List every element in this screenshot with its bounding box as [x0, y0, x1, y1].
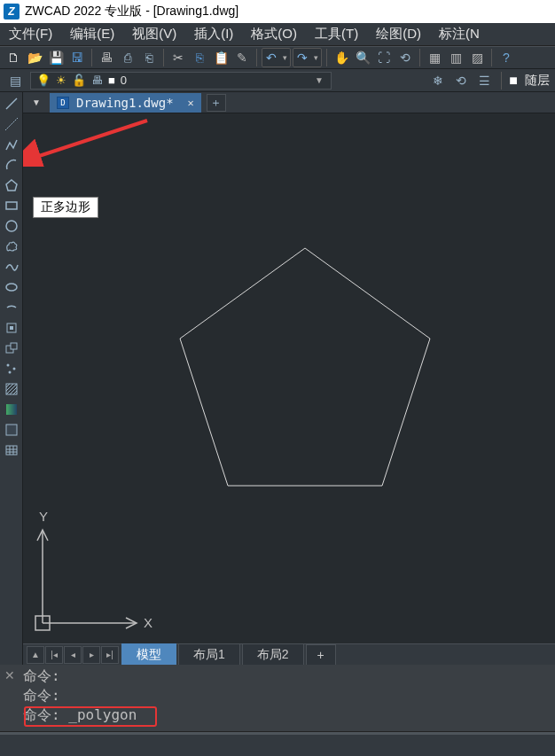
pan-button[interactable]: ✋ — [332, 48, 351, 67]
layer-prev-button[interactable]: ⟲ — [451, 71, 471, 90]
command-area: ✕ 命令: 命令: 命令: _polygon — [0, 665, 555, 731]
polygon-tool[interactable] — [2, 175, 21, 195]
layer-lock-icon: 🔓 — [72, 74, 86, 87]
status-bar — [0, 731, 555, 735]
layer-manager-button[interactable]: ▤ — [5, 71, 25, 90]
menu-file[interactable]: 文件(F) — [0, 26, 61, 43]
close-tab-button[interactable]: ✕ — [188, 97, 194, 109]
zoom-window-button[interactable]: ⛶ — [374, 48, 394, 67]
tab-add-layout[interactable]: + — [306, 644, 336, 665]
insert-block-tool[interactable] — [2, 318, 21, 338]
ellipse-arc-tool[interactable] — [2, 298, 21, 317]
layer-iso-button[interactable]: ❄ — [428, 71, 448, 90]
document-tab[interactable]: D Drawing1.dwg* ✕ — [50, 93, 201, 113]
svg-line-14 — [6, 384, 10, 387]
new-file-button[interactable]: 🗋 — [4, 48, 23, 67]
separator — [91, 49, 92, 66]
xline-tool[interactable] — [2, 114, 21, 134]
plot-icon: 🖶 — [100, 51, 113, 65]
layer-toolbar: ▤ 💡 ☀ 🔓 🖶 ■ 0 ▼ ❄ ⟲ ☰ ■ 随层 — [0, 69, 555, 92]
menu-edit[interactable]: 编辑(E) — [61, 26, 123, 43]
saveall-icon: 🖫 — [71, 51, 83, 65]
svg-marker-2 — [6, 180, 17, 191]
zoom-rt-button[interactable]: 🔍 — [353, 48, 372, 67]
rectangle-tool[interactable] — [2, 196, 21, 215]
matchprop-button[interactable]: ✎ — [232, 48, 252, 67]
properties-button[interactable]: ▦ — [425, 48, 444, 67]
tab-layout1[interactable]: 布局1 — [178, 643, 240, 666]
menu-tools[interactable]: 工具(T) — [306, 26, 367, 43]
plot-button[interactable]: 🖶 — [97, 48, 116, 67]
tab-prev-button[interactable]: ◂ — [64, 646, 82, 664]
command-history[interactable]: 命令: 命令: 命令: _polygon — [20, 665, 555, 731]
revcloud-tool[interactable] — [2, 237, 21, 256]
save-button[interactable]: 💾 — [46, 48, 66, 67]
polyline-tool[interactable] — [2, 135, 21, 154]
separator — [491, 49, 492, 66]
line-tool[interactable] — [2, 94, 21, 113]
paste-button[interactable]: 📋 — [211, 48, 231, 67]
saveall-button[interactable]: 🖫 — [67, 48, 87, 67]
redo-button[interactable]: ↷ — [293, 49, 311, 66]
redo-dropdown[interactable]: ▾ — [311, 53, 321, 62]
undo-dropdown[interactable]: ▾ — [280, 53, 290, 62]
open-file-button[interactable]: 📂 — [25, 48, 44, 67]
point-tool[interactable] — [2, 359, 21, 378]
redo-icon: ↷ — [297, 51, 308, 65]
zoom-icon: 🔍 — [356, 51, 371, 65]
menu-insert[interactable]: 插入(I) — [185, 26, 242, 43]
copy-button[interactable]: ⎘ — [190, 48, 209, 67]
color-bylayer-label[interactable]: 随层 — [525, 73, 550, 89]
ucs-icon — [35, 530, 137, 630]
hatch-tool[interactable] — [2, 379, 21, 399]
paste-icon: 📋 — [214, 51, 229, 65]
draw-toolbox — [0, 92, 23, 665]
main-area: ▼ D Drawing1.dwg* ✕ ＋ — [0, 92, 555, 665]
drawing-canvas[interactable]: Y X 正多边形 — [23, 113, 555, 643]
spline-tool[interactable] — [2, 257, 21, 277]
command-line: 命令: — [23, 686, 551, 705]
zoom-prev-button[interactable]: ⟲ — [395, 48, 415, 67]
region-tool[interactable] — [2, 420, 21, 440]
make-block-tool[interactable] — [2, 339, 21, 358]
preview-button[interactable]: ⎙ — [118, 48, 137, 67]
menu-view[interactable]: 视图(V) — [123, 26, 185, 43]
undo-button[interactable]: ↶ — [262, 49, 280, 66]
publish-button[interactable]: ⎗ — [139, 48, 159, 67]
svg-point-10 — [6, 364, 9, 367]
menu-format[interactable]: 格式(O) — [242, 26, 306, 43]
command-line: 命令: _polygon — [23, 705, 551, 725]
cut-button[interactable]: ✂ — [168, 48, 188, 67]
designcenter-button[interactable]: ▥ — [446, 48, 465, 67]
document-tab-label: Drawing1.dwg* — [76, 96, 174, 110]
ellipse-tool[interactable] — [2, 277, 21, 297]
arc-tool[interactable] — [2, 155, 21, 175]
tab-layout2[interactable]: 布局2 — [242, 643, 304, 666]
toolpalettes-button[interactable]: ▨ — [467, 48, 487, 67]
menu-draw[interactable]: 绘图(D) — [367, 26, 430, 43]
tab-model[interactable]: 模型 — [121, 643, 176, 666]
svg-rect-3 — [6, 202, 17, 209]
tab-first-button[interactable]: |◂ — [45, 646, 63, 664]
brush-icon: ✎ — [237, 51, 247, 65]
layer-combo[interactable]: 💡 ☀ 🔓 🖶 ■ 0 ▼ — [30, 72, 332, 90]
help-button[interactable]: ? — [496, 48, 516, 67]
svg-line-0 — [6, 98, 17, 109]
undo-group: ↶ ▾ — [262, 48, 291, 67]
doc-tab-menu[interactable]: ▼ — [28, 95, 44, 111]
tab-last-button[interactable]: ▸| — [101, 646, 119, 664]
pan-icon: ✋ — [334, 51, 349, 65]
circle-tool[interactable] — [2, 216, 21, 236]
tab-collapse-button[interactable]: ▲ — [27, 646, 44, 664]
window-title: ZWCAD 2022 专业版 - [Drawing1.dwg] — [25, 4, 238, 19]
layer-state-button[interactable]: ☰ — [474, 71, 494, 90]
menu-annotate[interactable]: 标注(N — [430, 26, 489, 43]
add-tab-button[interactable]: ＋ — [207, 94, 226, 112]
svg-rect-20 — [6, 425, 17, 435]
tab-next-button[interactable]: ▸ — [82, 646, 100, 664]
svg-point-4 — [6, 221, 17, 231]
command-close-button[interactable]: ✕ — [0, 665, 20, 731]
table-tool[interactable] — [2, 440, 21, 460]
gradient-tool[interactable] — [2, 400, 21, 419]
svg-rect-7 — [10, 326, 13, 330]
